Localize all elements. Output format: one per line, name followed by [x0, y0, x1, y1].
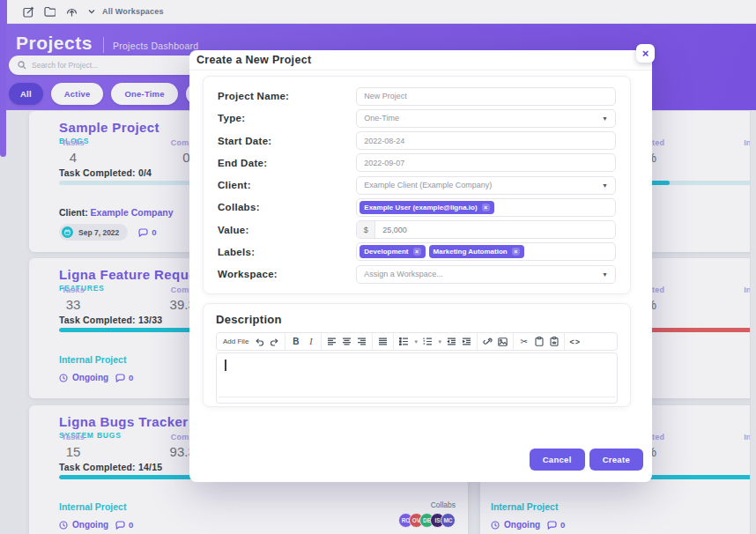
- link-icon[interactable]: [481, 335, 494, 349]
- cut-icon[interactable]: ✂: [517, 335, 530, 349]
- workspace-select[interactable]: Assign a Workspace... ▼: [356, 265, 616, 284]
- paste-icon[interactable]: [532, 335, 545, 349]
- project-form-card: Project Name: New Project Type: One-Time…: [203, 76, 631, 294]
- value-input[interactable]: $ 25,000: [356, 220, 616, 239]
- code-view-icon[interactable]: <>: [568, 335, 582, 349]
- end-date-input[interactable]: 2022-09-07: [356, 153, 616, 172]
- caret-down-icon: ▼: [602, 182, 608, 189]
- create-button[interactable]: Create: [589, 449, 643, 471]
- field-client: Client: Example Client (Example Company)…: [218, 175, 616, 195]
- add-file-button[interactable]: Add File: [220, 335, 251, 349]
- caret-down-icon[interactable]: ▼: [437, 339, 442, 345]
- remove-tag-icon[interactable]: ×: [413, 248, 421, 256]
- numbered-list-icon[interactable]: [421, 335, 434, 349]
- justify-icon[interactable]: [376, 335, 389, 349]
- paste-from-word-icon[interactable]: [547, 335, 560, 349]
- modal-title: Create a New Project: [196, 54, 311, 66]
- caret-down-icon[interactable]: ▼: [413, 339, 419, 345]
- outdent-icon[interactable]: [445, 335, 458, 349]
- create-project-modal: × Create a New Project Project Name: New…: [189, 50, 652, 482]
- field-project-name: Project Name: New Project: [218, 86, 616, 106]
- editor-toolbar: Add File B I: [216, 332, 618, 351]
- modal-footer: Cancel Create: [530, 449, 643, 471]
- align-right-icon[interactable]: [355, 335, 368, 349]
- field-workspace: Workspace: Assign a Workspace... ▼: [218, 264, 616, 284]
- collab-tag[interactable]: Example User (example@ligna.io) ×: [359, 201, 493, 214]
- start-date-input[interactable]: 2022-08-24: [356, 131, 616, 150]
- field-type: Type: One-Time ▼: [218, 108, 616, 128]
- undo-icon[interactable]: [253, 335, 266, 349]
- description-card: Description Add File B I: [203, 303, 631, 407]
- bullet-list-icon[interactable]: [397, 335, 411, 349]
- field-end-date: End Date: 2022-09-07: [218, 153, 616, 173]
- image-icon[interactable]: [496, 335, 509, 349]
- align-center-icon[interactable]: [340, 335, 353, 349]
- remove-tag-icon[interactable]: ×: [482, 204, 490, 211]
- label-tag[interactable]: Marketing Automation ×: [429, 245, 524, 258]
- modal-header: Create a New Project: [189, 50, 652, 70]
- currency-prefix: $: [357, 221, 375, 238]
- client-select[interactable]: Example Client (Example Company) ▼: [356, 176, 616, 195]
- collabs-input[interactable]: Example User (example@ligna.io) ×: [356, 198, 616, 217]
- caret-down-icon: ▼: [602, 271, 608, 278]
- indent-icon[interactable]: [460, 335, 473, 349]
- cancel-button[interactable]: Cancel: [530, 449, 585, 471]
- description-editor[interactable]: [216, 352, 618, 404]
- project-name-input[interactable]: New Project: [356, 87, 616, 106]
- field-collabs: Collabs: Example User (example@ligna.io)…: [218, 197, 616, 217]
- field-labels: Labels: Development × Marketing Automati…: [218, 242, 616, 262]
- bold-icon[interactable]: B: [289, 335, 302, 349]
- type-select[interactable]: One-Time ▼: [356, 109, 616, 128]
- label-tag[interactable]: Development ×: [359, 245, 425, 258]
- description-title: Description: [216, 313, 618, 326]
- field-start-date: Start Date: 2022-08-24: [218, 131, 616, 151]
- field-value: Value: $ 25,000: [218, 220, 616, 240]
- text-cursor: [225, 360, 226, 371]
- redo-icon[interactable]: [268, 335, 281, 349]
- editor-divider: [219, 397, 615, 397]
- labels-input[interactable]: Development × Marketing Automation ×: [356, 242, 616, 261]
- close-icon[interactable]: ×: [636, 44, 655, 63]
- align-left-icon[interactable]: [325, 335, 338, 349]
- caret-down-icon: ▼: [602, 115, 608, 122]
- remove-tag-icon[interactable]: ×: [512, 248, 520, 256]
- italic-icon[interactable]: I: [304, 335, 317, 349]
